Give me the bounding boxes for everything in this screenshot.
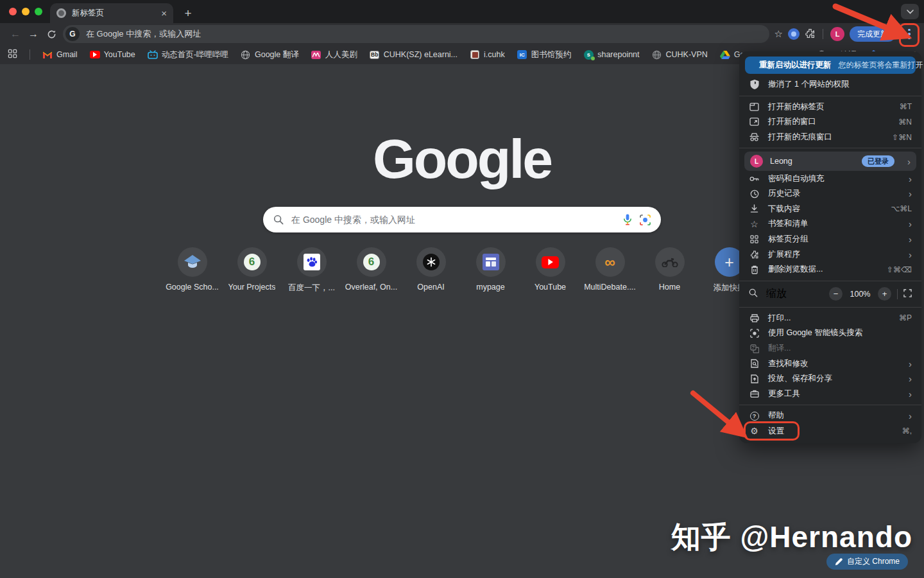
pinned-extension-icon[interactable] (788, 28, 800, 40)
shortcut-multidebate[interactable]: ∞ MultiDebate.... (580, 247, 640, 293)
new-tab-button[interactable]: + (180, 5, 196, 22)
zoom-out-button[interactable]: − (829, 287, 843, 301)
help-icon: ? (749, 412, 760, 421)
menu-item-find[interactable]: 查找和修改 › (739, 356, 921, 371)
menu-item-restart-to-update[interactable]: 重新启动以进行更新 您的标签页将会重新打开 (745, 57, 916, 74)
bookmark-sharepoint[interactable]: s sharepoinnt (583, 49, 639, 60)
gmail-icon (42, 49, 53, 60)
menu-item-profile[interactable]: L Leong 已登录 › (744, 152, 916, 171)
bookmark-cuhk-vpn[interactable]: CUHK-VPN (652, 49, 708, 60)
finish-update-button[interactable]: 完成更新 (850, 26, 896, 42)
forward-icon[interactable]: → (24, 25, 42, 43)
menu-item-bookmarks[interactable]: ☆ 书签和清单 › (739, 216, 921, 232)
shortcut-baidu[interactable]: 百度一下，... (282, 247, 341, 293)
lens-icon[interactable] (640, 215, 651, 225)
shortcut-youtube[interactable]: YouTube (520, 247, 580, 293)
address-bar-placeholder: 在 Google 中搜索，或输入网址 (86, 28, 201, 40)
menu-item-history[interactable]: 历史记录 › (739, 186, 921, 202)
zoom-in-button[interactable]: + (878, 287, 891, 301)
download-icon (749, 204, 760, 213)
active-tab[interactable]: 新标签页 × (50, 3, 173, 23)
tab-title: 新标签页 (72, 8, 155, 19)
find-in-page-icon (749, 359, 760, 368)
menu-item-tab-groups[interactable]: 标签页分组 › (739, 232, 921, 247)
apps-grid-icon[interactable] (8, 49, 17, 61)
chrome-menu-button[interactable] (901, 24, 918, 44)
bookmark-bilibili[interactable]: 动态首页-哔哩哔哩 (148, 49, 228, 60)
tab-groups-grid-icon (749, 235, 760, 243)
chrome-favicon (56, 8, 66, 18)
menu-item-more-tools[interactable]: 更多工具 › (739, 387, 921, 402)
toolbar-actions: ☆ L 完成更新 (774, 24, 918, 44)
reload-icon[interactable] (42, 25, 60, 43)
menu-item-passwords[interactable]: 密码和自动填充 › (739, 171, 921, 186)
bookmark-blackboard[interactable]: Bb CUHK(SZ) eLearni... (370, 49, 458, 60)
mypage-icon (483, 254, 499, 270)
menu-item-help[interactable]: ? 帮助 › (739, 408, 921, 424)
profile-avatar[interactable]: L (830, 27, 844, 41)
mic-icon[interactable] (623, 214, 632, 225)
menu-item-safety-check[interactable]: 撤消了 1 个网站的权限 (739, 77, 921, 92)
shortcut-openai[interactable]: OpenAI (401, 247, 461, 293)
bookmark-icuhk[interactable]: i.cuhk (470, 49, 505, 60)
bookmark-library[interactable]: IC 图书馆预约 (517, 49, 572, 60)
extensions-puzzle-icon[interactable] (805, 28, 816, 41)
tab-search-button[interactable] (901, 4, 919, 19)
menu-divider (739, 307, 921, 308)
trash-icon (749, 265, 760, 274)
gear-icon: ⚙ (749, 426, 760, 436)
menu-item-settings[interactable]: ⚙ 设置 ⌘, (739, 424, 921, 439)
menu-item-print[interactable]: 打印... ⌘P (739, 311, 921, 326)
search-input[interactable] (291, 215, 615, 225)
close-window-button[interactable] (9, 8, 17, 15)
history-clock-icon (749, 189, 760, 198)
minimize-window-button[interactable] (22, 8, 30, 15)
library-icon: IC (517, 49, 527, 60)
pencil-icon (835, 558, 843, 566)
menu-item-new-incognito-window[interactable]: 打开新的无痕窗口 ⇧⌘N (739, 130, 921, 145)
menu-item-cast-save-share[interactable]: 投放、保存和分享 › (739, 371, 921, 387)
fullscreen-icon[interactable] (903, 288, 912, 300)
baidu-paw-icon (304, 254, 320, 270)
chevron-right-icon: › (907, 156, 911, 167)
menu-item-new-window[interactable]: 打开新的窗口 ⌘N (739, 114, 921, 130)
briefcase-icon (749, 390, 760, 398)
plus-icon: + (724, 254, 734, 270)
back-icon[interactable]: ← (6, 25, 24, 43)
menu-item-google-lens[interactable]: 使用 Google 智能镜头搜索 (739, 326, 921, 341)
star-icon: ☆ (749, 219, 760, 229)
shortcut-your-projects[interactable]: 6 Your Projects (222, 247, 282, 293)
incognito-icon (749, 133, 760, 141)
customize-chrome-button[interactable]: 自定义 Chrome (826, 554, 908, 570)
bookmark-renren[interactable]: 人人美剧 (311, 49, 357, 60)
bookmark-youtube[interactable]: YouTube (90, 49, 135, 60)
shortcut-mypage[interactable]: mypage (461, 247, 520, 293)
menu-item-downloads[interactable]: 下载内容 ⌥⌘L (739, 202, 921, 217)
shield-icon (749, 80, 760, 89)
motorcycle-icon (662, 257, 678, 267)
menu-item-new-tab[interactable]: 打开新的标签页 ⌘T (739, 100, 921, 115)
shortcut-home[interactable]: Home (640, 247, 699, 293)
shortcut-overleaf[interactable]: 6 Overleaf, On... (341, 247, 401, 293)
menu-item-zoom: 缩放 − 100% + (739, 285, 921, 304)
globe-icon (241, 49, 251, 60)
bookmark-star-icon[interactable]: ☆ (774, 28, 783, 40)
bookmark-gmail[interactable]: Gmail (42, 49, 78, 60)
profile-name: Leong (770, 157, 792, 166)
renren-icon (311, 49, 321, 60)
drive-icon (720, 49, 730, 60)
three-dots-icon (908, 29, 911, 40)
close-tab-icon[interactable]: × (161, 8, 167, 18)
bookmark-google-translate[interactable]: Google 翻译 (241, 49, 299, 60)
menu-item-clear-browsing-data[interactable]: 删除浏览数据... ⇧⌘⌫ (739, 262, 921, 277)
google-search-box[interactable] (263, 207, 661, 232)
tab-strip: 新标签页 × + (0, 0, 924, 23)
maximize-window-button[interactable] (35, 8, 42, 15)
menu-item-extensions[interactable]: 扩展程序 › (739, 247, 921, 262)
shortcut-google-scholar[interactable]: Google Scho... (162, 247, 222, 293)
bookmarks-divider (30, 49, 30, 60)
address-bar[interactable]: G 在 Google 中搜索，或输入网址 (63, 25, 769, 43)
shortcut-tiles: Google Scho... 6 Your Projects 百度一下，... … (162, 247, 762, 293)
menu-divider (739, 281, 921, 281)
infinity-icon: ∞ (604, 255, 615, 270)
